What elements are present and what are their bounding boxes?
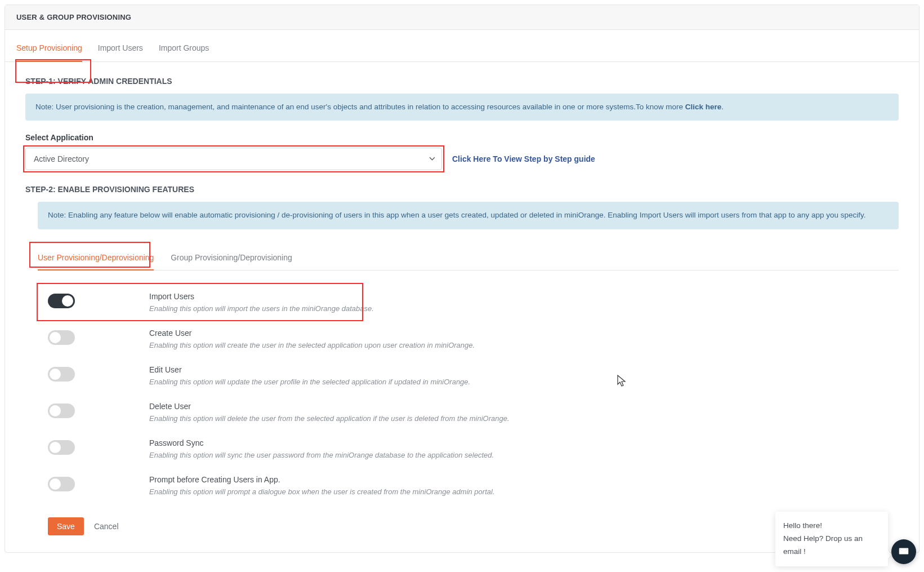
step2-heading: STEP-2: ENABLE PROVISIONING FEATURES — [25, 185, 899, 194]
content-area: STEP-1: VERIFY ADMIN CREDENTIALS Note: U… — [5, 62, 919, 552]
feature-desc: Enabling this option will import the use… — [149, 304, 899, 313]
tab-import-users[interactable]: Import Users — [98, 30, 143, 61]
select-application-row: Active Directory Click Here To View Step… — [25, 148, 899, 170]
feature-desc: Enabling this option will sync the user … — [149, 451, 899, 459]
primary-tabs: Setup Provisioning Import Users Import G… — [5, 30, 919, 62]
feature-delete-user: Delete User Enabling this option will de… — [48, 396, 899, 433]
tab-setup-provisioning[interactable]: Setup Provisioning — [16, 30, 82, 61]
step-by-step-guide-link[interactable]: Click Here To View Step by Step guide — [452, 154, 595, 163]
select-application-label: Select Application — [25, 133, 899, 142]
feature-desc: Enabling this option will create the use… — [149, 341, 899, 349]
toggle-edit-user[interactable] — [48, 367, 75, 382]
subtab-user-provisioning[interactable]: User Provisioning/Deprovisioning — [38, 242, 154, 270]
help-popup[interactable]: Hello there! Need Help? Drop us an email… — [775, 512, 888, 557]
feature-title: Import Users — [149, 292, 899, 301]
provisioning-subtabs: User Provisioning/Deprovisioning Group P… — [38, 242, 899, 271]
features-list: Import Users Enabling this option will i… — [48, 286, 899, 506]
tab-import-groups[interactable]: Import Groups — [159, 30, 209, 61]
select-application[interactable]: Active Directory — [25, 148, 442, 170]
mail-icon — [898, 545, 910, 557]
help-popup-line2: Need Help? Drop us an email ! — [783, 533, 880, 557]
toggle-prompt-before-create[interactable] — [48, 477, 75, 491]
feature-title: Password Sync — [149, 438, 899, 447]
step2-note: Note: Enabling any feature below will en… — [38, 202, 899, 229]
save-button[interactable]: Save — [48, 517, 84, 535]
toggle-delete-user[interactable] — [48, 403, 75, 418]
feature-edit-user: Edit User Enabling this option will upda… — [48, 360, 899, 396]
step1-note-link[interactable]: Click here — [685, 103, 722, 111]
feature-create-user: Create User Enabling this option will cr… — [48, 323, 899, 360]
feature-import-users: Import Users Enabling this option will i… — [48, 286, 899, 323]
step1-heading: STEP-1: VERIFY ADMIN CREDENTIALS — [25, 77, 899, 86]
feature-title: Prompt before Creating Users in App. — [149, 475, 899, 484]
feature-desc: Enabling this option will delete the use… — [149, 414, 899, 423]
help-popup-line1: Hello there! — [783, 520, 880, 533]
feature-prompt-before-create: Prompt before Creating Users in App. Ena… — [48, 469, 899, 506]
cancel-button[interactable]: Cancel — [94, 522, 119, 531]
feature-title: Edit User — [149, 365, 899, 374]
toggle-password-sync[interactable] — [48, 440, 75, 455]
subtab-group-provisioning[interactable]: Group Provisioning/Deprovisioning — [171, 242, 292, 270]
step1-note: Note: User provisioning is the creation,… — [25, 94, 899, 121]
panel-title: USER & GROUP PROVISIONING — [5, 5, 919, 30]
feature-title: Delete User — [149, 402, 899, 411]
step1-note-suffix: . — [721, 103, 724, 111]
main-panel: USER & GROUP PROVISIONING Setup Provisio… — [5, 5, 919, 553]
form-actions: Save Cancel — [48, 517, 899, 535]
toggle-create-user[interactable] — [48, 330, 75, 345]
step1-note-text: Note: User provisioning is the creation,… — [35, 103, 685, 111]
feature-password-sync: Password Sync Enabling this option will … — [48, 433, 899, 469]
toggle-import-users[interactable] — [48, 294, 75, 308]
feature-desc: Enabling this option will update the use… — [149, 378, 899, 386]
feature-desc: Enabling this option will prompt a dialo… — [149, 487, 899, 496]
select-application-wrap: Active Directory — [25, 148, 442, 170]
feature-title: Create User — [149, 329, 899, 338]
